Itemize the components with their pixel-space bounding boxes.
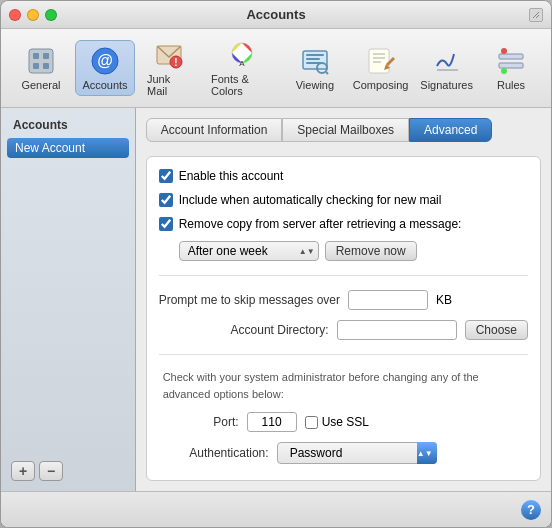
advanced-panel: Enable this account Include when automat… [146, 156, 541, 481]
toolbar-composing[interactable]: Composing [349, 41, 412, 95]
svg-rect-5 [33, 63, 39, 69]
enable-account-label: Enable this account [179, 169, 284, 183]
after-week-row: After one week Remove now [159, 241, 528, 261]
account-dir-input[interactable] [337, 320, 457, 340]
toolbar: General @ Accounts ! Junk Mail [1, 29, 551, 108]
signatures-icon [431, 45, 463, 77]
toolbar-signatures-label: Signatures [420, 79, 473, 91]
enable-account-row: Enable this account [159, 169, 528, 183]
accounts-icon: @ [89, 45, 121, 77]
svg-line-20 [326, 72, 328, 74]
toolbar-viewing[interactable]: Viewing [285, 41, 345, 95]
tab-account-info[interactable]: Account Information [146, 118, 283, 142]
svg-line-1 [536, 15, 539, 18]
skip-messages-row: Prompt me to skip messages over KB [159, 290, 528, 310]
auth-label: Authentication: [179, 446, 269, 460]
toolbar-fontscolors[interactable]: A Fonts & Colors [203, 35, 281, 101]
svg-point-13 [237, 48, 247, 58]
use-ssl-checkbox[interactable] [305, 416, 318, 429]
toolbar-junkmail-label: Junk Mail [147, 73, 191, 97]
bottom-bar: ? [1, 491, 551, 527]
include-checking-checkbox[interactable] [159, 193, 173, 207]
svg-rect-3 [33, 53, 39, 59]
remove-now-button[interactable]: Remove now [325, 241, 417, 261]
main-panel: Account Information Special Mailboxes Ad… [136, 108, 551, 491]
toolbar-rules[interactable]: Rules [481, 41, 541, 95]
svg-point-29 [501, 68, 507, 74]
choose-button[interactable]: Choose [465, 320, 528, 340]
fontscolors-icon: A [226, 39, 258, 71]
divider-1 [159, 275, 528, 276]
rules-icon [495, 45, 527, 77]
help-button[interactable]: ? [521, 500, 541, 520]
svg-rect-6 [43, 63, 49, 69]
svg-rect-26 [499, 54, 523, 59]
sidebar-item-new-account[interactable]: New Account [7, 138, 129, 158]
svg-rect-27 [499, 63, 523, 68]
svg-rect-21 [369, 49, 389, 73]
use-ssl-label: Use SSL [322, 415, 369, 429]
sidebar-title: Accounts [7, 114, 129, 136]
divider-2 [159, 354, 528, 355]
info-text: Check with your system administrator bef… [159, 369, 528, 402]
tabs: Account Information Special Mailboxes Ad… [146, 118, 541, 142]
include-checking-label: Include when automatically checking for … [179, 193, 442, 207]
toolbar-viewing-label: Viewing [296, 79, 334, 91]
resize-widget[interactable] [529, 8, 543, 22]
toolbar-junkmail[interactable]: ! Junk Mail [139, 35, 199, 101]
toolbar-fontscolors-label: Fonts & Colors [211, 73, 273, 97]
content-area: Accounts New Account + − Account Informa… [1, 108, 551, 491]
close-button[interactable] [9, 9, 21, 21]
window-title: Accounts [246, 7, 305, 22]
skip-messages-input[interactable] [348, 290, 428, 310]
remove-copy-checkbox[interactable] [159, 217, 173, 231]
general-icon [25, 45, 57, 77]
svg-rect-16 [306, 54, 324, 56]
toolbar-general-label: General [21, 79, 60, 91]
traffic-lights [9, 9, 57, 21]
enable-account-checkbox[interactable] [159, 169, 173, 183]
skip-messages-label: Prompt me to skip messages over [159, 293, 340, 307]
sidebar: Accounts New Account + − [1, 108, 136, 491]
toolbar-accounts-label: Accounts [82, 79, 127, 91]
maximize-button[interactable] [45, 9, 57, 21]
svg-rect-2 [29, 49, 53, 73]
toolbar-composing-label: Composing [353, 79, 409, 91]
toolbar-general[interactable]: General [11, 41, 71, 95]
viewing-icon [299, 45, 331, 77]
tab-special-mailboxes[interactable]: Special Mailboxes [282, 118, 409, 142]
toolbar-accounts[interactable]: @ Accounts [75, 40, 135, 96]
toolbar-rules-label: Rules [497, 79, 525, 91]
svg-text:@: @ [97, 52, 113, 69]
svg-rect-4 [43, 53, 49, 59]
sidebar-item-label: New Account [15, 141, 85, 155]
sidebar-actions: + − [7, 457, 129, 485]
junkmail-icon: ! [153, 39, 185, 71]
add-account-button[interactable]: + [11, 461, 35, 481]
svg-text:!: ! [174, 57, 177, 68]
kb-label: KB [436, 293, 452, 307]
include-checking-row: Include when automatically checking for … [159, 193, 528, 207]
svg-line-0 [533, 12, 539, 18]
svg-rect-17 [306, 58, 320, 60]
auth-select-wrap: Password MD5 NTLM Kerberos [277, 442, 437, 464]
svg-point-28 [501, 48, 507, 54]
week-select-wrap: After one week [179, 241, 319, 261]
svg-text:A: A [239, 59, 245, 68]
composing-icon [365, 45, 397, 77]
account-dir-row: Account Directory: Choose [159, 320, 528, 340]
remove-account-button[interactable]: − [39, 461, 63, 481]
auth-row: Authentication: Password MD5 NTLM Kerber… [159, 442, 528, 464]
minimize-button[interactable] [27, 9, 39, 21]
account-dir-label: Account Directory: [159, 323, 329, 337]
auth-select[interactable]: Password MD5 NTLM Kerberos [277, 442, 437, 464]
tab-advanced[interactable]: Advanced [409, 118, 492, 142]
remove-copy-row: Remove copy from server after retrieving… [159, 217, 528, 231]
port-input[interactable] [247, 412, 297, 432]
ssl-row: Use SSL [305, 415, 369, 429]
port-label: Port: [199, 415, 239, 429]
toolbar-signatures[interactable]: Signatures [416, 41, 477, 95]
titlebar: Accounts [1, 1, 551, 29]
main-window: Accounts General @ [0, 0, 552, 528]
week-select[interactable]: After one week [179, 241, 319, 261]
